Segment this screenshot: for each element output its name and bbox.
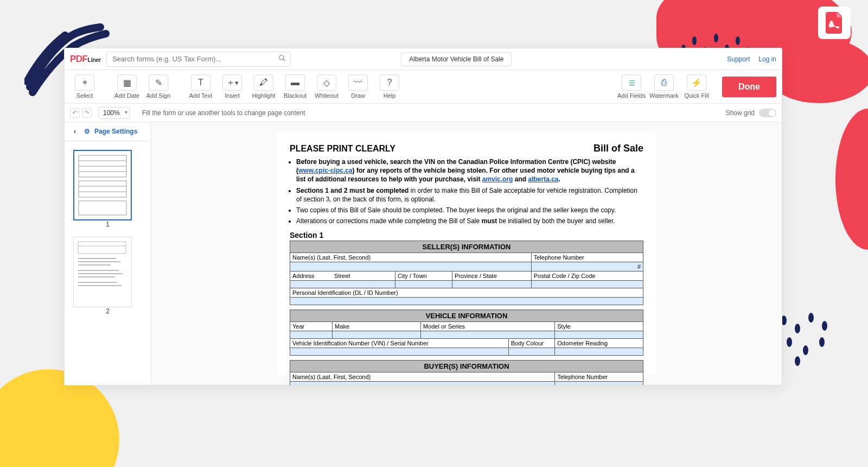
alberta-link[interactable]: alberta.ca <box>528 175 558 183</box>
document-title: Alberta Motor Vehicle Bill of Sale <box>401 52 512 66</box>
seller-city-field[interactable] <box>395 281 452 288</box>
quick-fill-tool[interactable]: ⚡Quick Fill <box>682 74 711 99</box>
sidebar-back-button[interactable]: ‹ <box>70 127 80 136</box>
toolbar: ⌖Select ▦Add Date ✎Add Sign TAdd Text ＋▾… <box>65 70 782 104</box>
section-1-title: Section 1 <box>290 231 643 239</box>
seller-names-label: Name(s) (Last, First, Second) <box>290 253 532 262</box>
show-grid-label: Show grid <box>726 109 755 117</box>
login-link[interactable]: Log in <box>758 55 776 63</box>
add-sign-label: Add Sign <box>146 92 171 99</box>
buyer-names-field[interactable] <box>290 382 555 385</box>
insert-label: Insert <box>225 92 240 99</box>
whiteout-label: Whiteout <box>315 92 338 99</box>
bullet-4: Alterations or corrections made while co… <box>296 217 643 225</box>
calendar-icon: ▦ <box>123 78 131 88</box>
search-input[interactable] <box>112 55 285 63</box>
done-button[interactable]: Done <box>722 77 776 97</box>
zoom-select[interactable]: 100% <box>98 107 130 119</box>
draw-icon: 〰 <box>354 78 362 87</box>
insert-tool[interactable]: ＋▾Insert <box>218 74 247 99</box>
svg-point-12 <box>803 345 808 355</box>
page-thumbnail-2[interactable] <box>73 237 132 307</box>
add-sign-tool[interactable]: ✎Add Sign <box>144 74 173 99</box>
vehicle-body-colour-label: Body Colour <box>508 339 555 348</box>
workspace: ‹ ⚙ Page Settings 1 2 <box>65 122 782 385</box>
blackout-icon: ▬ <box>291 78 299 87</box>
draw-tool[interactable]: 〰Draw <box>343 74 373 99</box>
svg-rect-34 <box>78 276 115 277</box>
show-grid-toggle[interactable] <box>759 109 776 117</box>
seller-names-field[interactable] <box>290 262 532 272</box>
select-label: Select <box>76 92 93 99</box>
seller-province-field[interactable] <box>452 281 532 288</box>
page-settings-label: Page Settings <box>94 128 137 135</box>
seller-address-label: Address Street <box>290 272 395 281</box>
canvas[interactable]: PLEASE PRINT CLEARLY Bill of Sale Before… <box>151 122 782 385</box>
cpic-link[interactable]: www.cpic-cipc.ca <box>298 167 353 174</box>
subbar: ↶ ↷ 100% Fill the form or use another to… <box>65 104 782 122</box>
watermark-icon: ⎙ <box>661 78 667 87</box>
vehicle-odometer-field[interactable] <box>555 348 643 356</box>
text-icon: T <box>198 78 203 87</box>
svg-point-15 <box>279 55 284 59</box>
pdf-badge-icon <box>818 7 851 39</box>
app-window: PDFLiner Alberta Motor Vehicle Bill of S… <box>64 48 782 386</box>
whiteout-tool[interactable]: ◇Whiteout <box>312 74 341 99</box>
vehicle-style-label: Style <box>555 322 643 331</box>
vehicle-model-label: Model or Series <box>420 322 554 331</box>
seller-postal-field[interactable] <box>531 281 643 288</box>
undo-button[interactable]: ↶ <box>70 108 80 118</box>
redo-button[interactable]: ↷ <box>82 108 92 118</box>
help-label: Help <box>384 92 396 99</box>
page-1: PLEASE PRINT CLEARLY Bill of Sale Before… <box>277 133 656 374</box>
svg-line-16 <box>283 59 285 61</box>
vehicle-vin-field[interactable] <box>290 348 509 356</box>
select-tool[interactable]: ⌖Select <box>70 74 99 99</box>
topbar: PDFLiner Alberta Motor Vehicle Bill of S… <box>65 48 782 70</box>
svg-rect-17 <box>74 151 131 219</box>
svg-rect-32 <box>78 270 119 271</box>
add-fields-tool[interactable]: ≣Add Fields <box>617 74 646 99</box>
draw-label: Draw <box>351 92 365 99</box>
svg-point-10 <box>822 321 827 331</box>
buyer-telephone-field[interactable] <box>555 382 643 385</box>
bullet-1: Before buying a used vehicle, search the… <box>296 157 643 184</box>
seller-info-table: SELLER(S) INFORMATION Name(s) (Last, Fir… <box>290 241 643 305</box>
vehicle-style-field[interactable] <box>555 331 643 339</box>
print-clearly-heading: PLEASE PRINT CLEARLY <box>290 144 395 154</box>
add-date-tool[interactable]: ▦Add Date <box>112 74 142 99</box>
svg-point-8 <box>795 324 800 333</box>
svg-point-11 <box>787 337 792 347</box>
support-link[interactable]: Support <box>727 55 750 63</box>
vehicle-body-colour-field[interactable] <box>508 348 555 356</box>
seller-pid-field[interactable] <box>290 298 643 305</box>
svg-point-13 <box>819 337 825 347</box>
vehicle-model-field[interactable] <box>420 331 554 339</box>
search-icon[interactable] <box>278 54 286 64</box>
vehicle-year-field[interactable] <box>290 331 333 339</box>
seller-telephone-field[interactable]: # <box>531 262 643 272</box>
page-thumbnail-1[interactable] <box>73 150 132 220</box>
logo[interactable]: PDFLiner <box>70 54 101 65</box>
help-tool[interactable]: ?Help <box>375 74 404 99</box>
seller-address-field[interactable] <box>290 281 395 288</box>
highlight-tool[interactable]: 🖍Highlight <box>249 74 278 99</box>
svg-rect-35 <box>78 282 117 283</box>
search-box[interactable] <box>106 52 291 67</box>
add-text-tool[interactable]: TAdd Text <box>186 74 215 99</box>
svg-point-5 <box>736 36 740 45</box>
vehicle-vin-label: Vehicle Identification Number (VIN) / Se… <box>290 339 509 348</box>
svg-rect-29 <box>78 258 116 259</box>
seller-pid-label: Personal Identification (DL / ID Number) <box>290 288 643 298</box>
vehicle-make-field[interactable] <box>333 331 421 339</box>
svg-point-14 <box>795 356 800 366</box>
add-fields-label: Add Fields <box>617 92 646 99</box>
amvic-link[interactable]: amvic.org <box>482 175 513 183</box>
watermark-tool[interactable]: ⎙Watermark <box>649 74 679 99</box>
whiteout-icon: ◇ <box>323 78 330 88</box>
bullet-3: Two copies of this Bill of Sale should b… <box>296 206 643 214</box>
svg-rect-36 <box>78 285 122 286</box>
blackout-tool[interactable]: ▬Blackout <box>280 74 310 99</box>
logo-liner: Liner <box>88 56 101 63</box>
hint-text: Fill the form or use another tools to ch… <box>142 109 305 117</box>
